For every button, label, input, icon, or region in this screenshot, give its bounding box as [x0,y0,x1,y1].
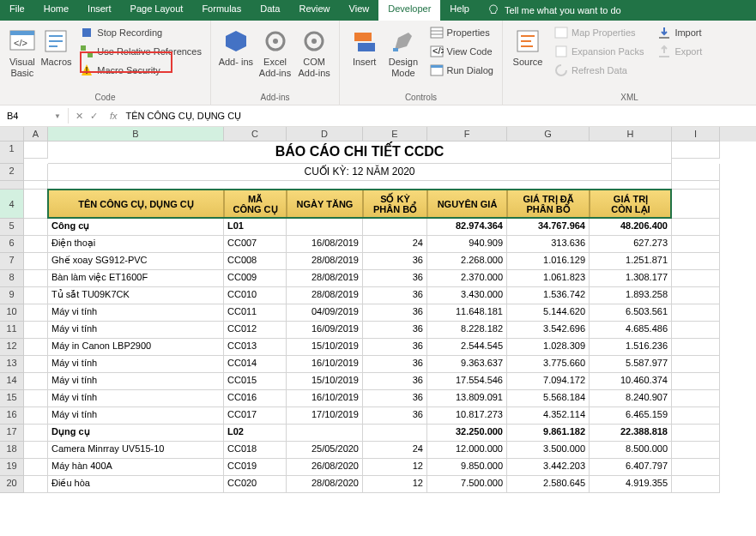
row-header[interactable]: 10 [0,304,24,322]
run-dialog-button[interactable]: Run Dialog [426,62,497,79]
cell[interactable]: CC008 [224,253,287,270]
cell[interactable] [363,219,427,236]
tab-review[interactable]: Review [289,0,339,21]
cell[interactable]: Máy vi tính [48,356,224,373]
cell[interactable]: 1.536.742 [507,287,590,304]
cell[interactable] [24,339,48,356]
cell[interactable] [672,219,720,236]
cell[interactable] [672,253,720,270]
col-header-E[interactable]: E [363,127,427,142]
row-header[interactable]: 15 [0,390,24,407]
cell[interactable] [24,476,48,493]
cell[interactable]: 2.268.000 [427,253,507,270]
cell[interactable]: 1.516.236 [590,339,672,356]
cell[interactable]: 13.809.091 [427,390,507,407]
cell[interactable]: 3.542.696 [507,322,590,339]
cell[interactable]: 24 [363,442,427,459]
cell[interactable]: 1.251.871 [590,253,672,270]
cell[interactable]: 17/10/2019 [287,407,363,425]
cell[interactable]: 627.273 [590,236,672,253]
cell[interactable] [24,442,48,459]
cell[interactable]: 36 [363,407,427,425]
cell[interactable]: 28/08/2019 [287,270,363,287]
col-header-corner[interactable] [0,127,24,142]
col-header-A[interactable]: A [24,127,48,142]
macros-button[interactable]: Macros [39,24,74,93]
cell[interactable]: L02 [224,425,287,442]
row-header[interactable]: 13 [0,356,24,373]
cell[interactable]: 9.861.182 [507,425,590,442]
cell[interactable]: 32.250.000 [427,425,507,442]
name-box[interactable]: B4▼ [0,108,69,123]
cell[interactable]: 11.648.181 [427,304,507,322]
cell[interactable]: 3.775.660 [507,356,590,373]
cell[interactable]: Máy vi tính [48,390,224,407]
cell[interactable] [672,425,720,442]
cell[interactable] [672,322,720,339]
cell[interactable]: 12.000.000 [427,442,507,459]
table-header[interactable]: MÃCÔNG CỤ [224,190,287,219]
report-subtitle[interactable]: CUỐI KỲ: 12 NĂM 2020 [48,164,672,181]
cancel-icon[interactable]: ✕ [76,111,83,122]
cell[interactable] [24,164,48,181]
row-header[interactable]: 4 [0,190,24,219]
enter-icon[interactable]: ✓ [90,111,98,122]
visual-basic-button[interactable]: </> Visual Basic [5,24,39,93]
tab-insert[interactable]: Insert [78,0,121,21]
col-header-B[interactable]: B [48,127,224,142]
cell[interactable]: 3.442.203 [507,459,590,476]
tab-help[interactable]: Help [440,0,479,21]
cell[interactable]: Ghế xoay SG912-PVC [48,253,224,270]
cell[interactable]: 28/08/2020 [287,476,363,493]
formula-input[interactable]: TÊN CÔNG CỤ, DỤNG CỤ [123,108,756,124]
cell[interactable] [672,236,720,253]
cell[interactable]: 3.430.000 [427,287,507,304]
cell[interactable]: 8.240.907 [590,390,672,407]
cell[interactable] [24,304,48,322]
cell[interactable]: 36 [363,322,427,339]
cell[interactable]: Bàn làm việc ET1600F [48,270,224,287]
cell[interactable]: CC018 [224,442,287,459]
cell[interactable] [672,442,720,459]
cell[interactable]: 25/05/2020 [287,442,363,459]
cell[interactable]: 36 [363,339,427,356]
row-header[interactable]: 5 [0,219,24,236]
row-header[interactable]: 19 [0,459,24,476]
cell[interactable] [24,390,48,407]
cell[interactable] [24,219,48,236]
cell[interactable] [672,164,720,181]
cell[interactable]: 5.587.977 [590,356,672,373]
col-header-H[interactable]: H [590,127,672,142]
cell[interactable]: 4.352.114 [507,407,590,425]
cell[interactable]: CC012 [224,322,287,339]
col-header-C[interactable]: C [224,127,287,142]
col-header-I[interactable]: I [672,127,720,142]
cell[interactable] [24,407,48,425]
tab-file[interactable]: File [0,0,34,21]
insert-control-button[interactable]: Insert [345,24,384,93]
cell[interactable] [672,459,720,476]
cell[interactable]: 22.388.818 [590,425,672,442]
row-header[interactable]: 14 [0,373,24,390]
col-header-F[interactable]: F [427,127,507,142]
cell[interactable] [672,142,720,159]
row-header[interactable]: 20 [0,476,24,493]
cell[interactable] [287,425,363,442]
cell[interactable]: 9.850.000 [427,459,507,476]
row-header[interactable]: 17 [0,425,24,442]
cell[interactable]: 2.580.645 [507,476,590,493]
cell[interactable] [24,322,48,339]
cell[interactable]: 1.016.129 [507,253,590,270]
cell[interactable]: 3.500.000 [507,442,590,459]
cell[interactable] [24,236,48,253]
cell[interactable]: Máy in Canon LBP2900 [48,339,224,356]
cell[interactable]: 36 [363,270,427,287]
use-relative-references-button[interactable]: Use Relative References [76,43,205,60]
cell[interactable]: Máy hàn 400A [48,459,224,476]
cell[interactable]: 36 [363,253,427,270]
cell[interactable]: CC013 [224,339,287,356]
tab-formulas[interactable]: Formulas [192,0,251,21]
tab-data[interactable]: Data [251,0,289,21]
cell[interactable] [672,407,720,425]
cell[interactable]: 5.568.184 [507,390,590,407]
